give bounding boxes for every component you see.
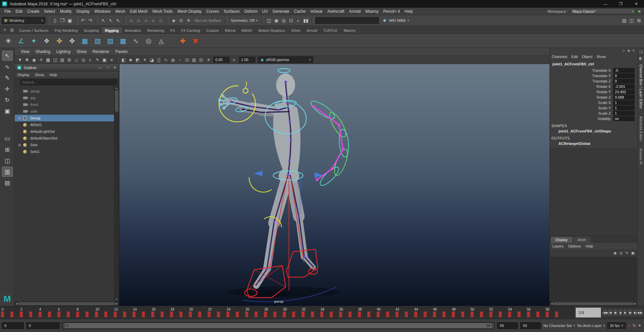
wireframe-icon[interactable]: ◧ bbox=[120, 56, 127, 63]
time-slider[interactable]: 0246810121416182022242628303234363840424… bbox=[1, 307, 574, 318]
shelf-tab[interactable]: Animation bbox=[122, 27, 144, 34]
bind-skin-icon[interactable]: ✤ bbox=[54, 35, 65, 47]
new-scene-icon[interactable]: ▯ bbox=[51, 17, 59, 24]
layout-hypergraph-persp[interactable]: ▤ bbox=[2, 178, 13, 188]
unbind-skin-icon[interactable]: ✥ bbox=[66, 35, 78, 47]
outliner-search-input[interactable] bbox=[20, 79, 117, 85]
playback-start-field[interactable]: 0 bbox=[26, 322, 60, 329]
layout-single-pane[interactable]: ▭ bbox=[2, 133, 13, 144]
aim-constraint-icon[interactable]: ◬ bbox=[156, 35, 167, 47]
safe-title-icon[interactable]: ◐ bbox=[87, 56, 94, 63]
user-account-chip[interactable]: ☻ WEI WAN ▾ bbox=[380, 18, 412, 23]
node-label[interactable]: side bbox=[29, 109, 39, 114]
manip-on-icon[interactable]: ◈ bbox=[627, 49, 630, 53]
color-transform-dropdown[interactable]: ◉ sRGB gamma ▾ bbox=[258, 56, 313, 63]
group-divider[interactable] bbox=[123, 16, 126, 24]
manip-off-icon[interactable]: ◇ bbox=[622, 49, 625, 53]
save-scene-icon[interactable]: ▣ bbox=[66, 17, 73, 24]
layer-editor-menu-item[interactable]: Layers bbox=[552, 244, 564, 248]
channel-value-field[interactable]: 0.588 bbox=[613, 95, 635, 100]
gamma-icon[interactable]: ◐ bbox=[231, 56, 238, 63]
outliner-menu-item[interactable]: Display bbox=[17, 73, 32, 77]
node-label[interactable]: defa­ultLightSet bbox=[29, 129, 56, 134]
snap-to-points-icon[interactable]: ∩ bbox=[142, 17, 150, 24]
channel-box-menu-item[interactable]: Channels bbox=[552, 55, 570, 59]
channel-label[interactable]: Translate Y bbox=[550, 74, 613, 78]
point-constraint-icon[interactable]: ◎ bbox=[143, 35, 154, 47]
expand-icon[interactable]: ⊞ bbox=[18, 143, 23, 147]
output-node-name[interactable]: ACRetargetGlobal bbox=[550, 141, 637, 146]
channel-label[interactable]: Rotate Y bbox=[550, 90, 613, 94]
outliner-row[interactable]: side bbox=[15, 108, 114, 115]
outliner-row[interactable]: ⊞ Group bbox=[15, 115, 114, 121]
menu-item[interactable]: Modify bbox=[57, 9, 74, 14]
play-backwards-button[interactable]: ◀ bbox=[618, 309, 623, 316]
node-label[interactable]: defaultObjectSet bbox=[29, 136, 59, 141]
channel-value-field[interactable]: -2.001 bbox=[613, 84, 635, 89]
shelf-tab[interactable]: FX Caching bbox=[178, 27, 203, 34]
group-divider[interactable] bbox=[311, 16, 314, 24]
node-label[interactable]: top bbox=[29, 96, 37, 100]
group-divider[interactable] bbox=[96, 16, 98, 24]
range-slider[interactable]: 0 59 bbox=[62, 322, 495, 329]
depth-of-field-icon[interactable]: ◔ bbox=[176, 56, 183, 63]
channel-box-menu-item[interactable]: Edit bbox=[571, 55, 580, 59]
multisampling-icon[interactable]: ◍ bbox=[169, 56, 176, 63]
node-label[interactable]: Group bbox=[29, 116, 42, 120]
layer-edit-icon[interactable]: ✎ bbox=[625, 251, 628, 255]
scrollbar-thumb[interactable] bbox=[115, 90, 118, 112]
menu-item[interactable]: Mesh bbox=[113, 9, 127, 14]
channel-value-field[interactable]: 0 bbox=[613, 79, 635, 84]
menu-item[interactable]: Mesh Tools bbox=[150, 9, 175, 14]
group-divider[interactable] bbox=[166, 16, 168, 24]
sidebar-vertical-tab[interactable]: Channel Box / Layer Editor bbox=[639, 64, 643, 109]
menu-item[interactable]: Miarmy bbox=[363, 9, 381, 14]
mirror-skin-weights-icon[interactable]: ▧ bbox=[92, 35, 103, 47]
animation-end-field[interactable]: 59 bbox=[520, 322, 541, 329]
workspace-pin-icon[interactable]: ❏ bbox=[639, 50, 643, 54]
render-settings-icon[interactable]: ⊡ bbox=[287, 17, 295, 24]
screen-space-ao-icon[interactable]: ▒ bbox=[155, 56, 162, 63]
range-slider-bar[interactable]: 0 59 bbox=[63, 323, 494, 328]
layout-outliner-persp[interactable]: ▥ bbox=[2, 167, 13, 177]
snap-to-curves-icon[interactable]: ∩ bbox=[135, 17, 142, 24]
channel-value-field[interactable]: 1 bbox=[613, 100, 635, 105]
outliner-menu-item[interactable]: Show bbox=[35, 73, 47, 77]
outliner-row[interactable]: persp bbox=[15, 88, 114, 95]
channel-label[interactable]: Scale Z bbox=[550, 111, 613, 115]
menu-item[interactable]: Edit Mesh bbox=[127, 9, 150, 14]
render-current-frame-icon[interactable]: ◉ bbox=[273, 17, 280, 24]
channel-value-field[interactable]: 0 bbox=[613, 73, 635, 78]
menu-item[interactable]: Create bbox=[25, 9, 42, 14]
shelf-tab[interactable]: Motion Graphics bbox=[255, 27, 288, 34]
shape-node-name[interactable]: joint1_ACFromFBX_ctrlShape bbox=[550, 128, 637, 134]
make-live-icon[interactable]: ◈ bbox=[170, 17, 177, 24]
annotate-icon[interactable]: ✎ bbox=[94, 56, 101, 63]
menu-item[interactable]: Animcraft bbox=[325, 9, 347, 14]
shelf-tab[interactable]: MASH bbox=[238, 27, 255, 34]
channel-box-menu-item[interactable]: Object bbox=[582, 55, 595, 59]
symmetry-dropdown[interactable]: Symmetry: Off ▾ bbox=[229, 18, 260, 22]
snap-to-projected-center-icon[interactable]: ∩ bbox=[150, 17, 157, 24]
field-chart-icon[interactable]: ◇ bbox=[73, 56, 80, 63]
ik-spline-tool-icon[interactable]: ✦ bbox=[28, 35, 40, 47]
anim-layer-dropdown[interactable]: No Anim Layer ▾ bbox=[577, 324, 605, 328]
select-object-icon[interactable]: ↖ bbox=[107, 17, 114, 24]
shelf-tab[interactable]: Bifrost bbox=[222, 27, 238, 34]
go-to-end-button[interactable]: ▶▶| bbox=[638, 309, 643, 316]
step-back-key-button[interactable]: |◀ bbox=[608, 309, 612, 316]
channel-value-field[interactable]: 23.452 bbox=[613, 90, 635, 94]
insert-joint-tool-icon[interactable]: ❖ bbox=[41, 35, 52, 47]
outliner-close-button[interactable]: ✕ bbox=[114, 66, 116, 69]
panel-menu-item[interactable]: Shading bbox=[33, 49, 53, 54]
character-set-dropdown[interactable]: No Character Set ▾ bbox=[543, 324, 575, 328]
copy-skin-weights-icon[interactable]: ▨ bbox=[105, 35, 116, 47]
shelf-menu-icon[interactable]: ≡ bbox=[1, 27, 8, 32]
menu-item[interactable]: Select bbox=[42, 9, 57, 14]
layer-visibility-icon[interactable]: ◉ bbox=[613, 251, 617, 255]
auto-key-icon[interactable]: ● bbox=[628, 323, 631, 328]
channel-value-field[interactable]: -0 bbox=[613, 68, 635, 73]
scroll-left-icon[interactable]: ◀ bbox=[16, 302, 18, 305]
outliner-vertical-scrollbar[interactable]: ▲ ▼ bbox=[114, 86, 119, 301]
channel-label[interactable]: Rotate X bbox=[550, 85, 613, 89]
